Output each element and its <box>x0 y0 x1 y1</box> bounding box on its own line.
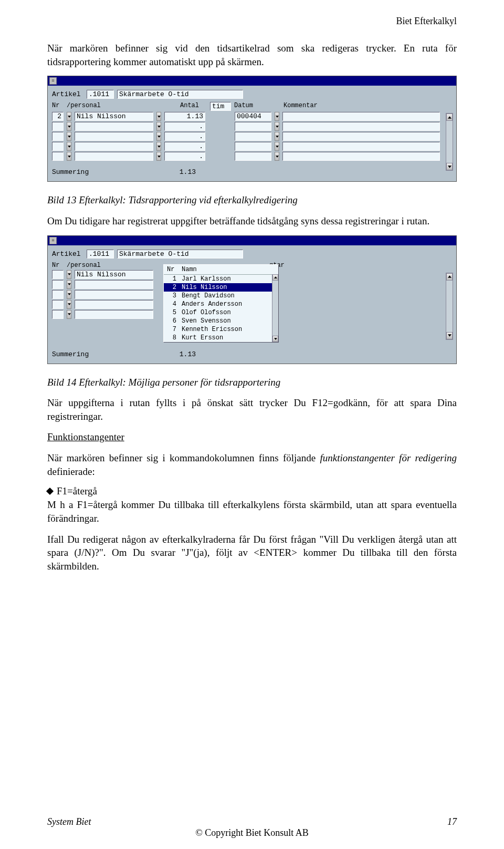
dropdown-toggle[interactable] <box>67 112 71 121</box>
nr-field[interactable] <box>52 290 64 299</box>
datum-field[interactable]: 000404 <box>235 112 271 121</box>
kommentar-field[interactable] <box>282 152 440 161</box>
antal-field[interactable]: . <box>164 132 205 141</box>
personal-field[interactable] <box>75 132 153 141</box>
datum-field[interactable] <box>235 142 271 151</box>
scroll-up-button[interactable] <box>272 274 278 281</box>
nr-field[interactable] <box>52 132 64 141</box>
scroll-up-button[interactable] <box>446 113 453 121</box>
artikel-name-field[interactable]: Skärmarbete O-tid <box>117 90 243 99</box>
nr-field[interactable] <box>52 152 64 161</box>
artikel-name-field[interactable]: Skärmarbete O-tid <box>117 250 243 258</box>
table-row: 2Nils Nilsson1.13000404 <box>52 112 452 121</box>
personnel-popup[interactable]: Nr Namn 1Jarl Karlsson2Nils Nilsson3Beng… <box>163 264 279 343</box>
artikel-code-field[interactable]: .1011 <box>87 90 114 99</box>
text-run: När markören befinner sig i kommandokolu… <box>47 452 320 463</box>
dropdown-toggle[interactable] <box>156 122 161 131</box>
scroll-down-button[interactable] <box>446 332 453 339</box>
kommentar-field[interactable] <box>282 122 440 131</box>
table-row: . <box>52 152 452 161</box>
scroll-up-button[interactable] <box>446 273 453 281</box>
dropdown-toggle[interactable] <box>156 132 161 141</box>
dropdown-toggle[interactable] <box>156 152 161 161</box>
personal-field[interactable] <box>75 122 153 131</box>
popup-item-nr: 1 <box>167 275 176 283</box>
dropdown-toggle[interactable] <box>67 290 71 299</box>
nr-field[interactable] <box>52 310 64 319</box>
list-item[interactable]: 3Bengt Davidson <box>164 292 278 300</box>
popup-item-nr: 8 <box>167 334 176 341</box>
dropdown-toggle[interactable] <box>67 270 71 279</box>
text-run-italic: funktionstangenter för redigering <box>320 452 457 463</box>
datum-field[interactable] <box>235 122 271 131</box>
dropdown-toggle[interactable] <box>67 132 71 141</box>
caption-1: Bild 13 Efterkalkyl: Tidsrapportering vi… <box>47 193 457 207</box>
popup-item-name: Jarl Karlsson <box>182 275 231 283</box>
nr-field[interactable] <box>52 122 64 131</box>
table-row: . <box>52 122 452 131</box>
list-item[interactable]: 7Kenneth Ericsson <box>164 325 278 334</box>
dropdown-toggle[interactable] <box>275 142 279 151</box>
svg-marker-23 <box>274 338 277 340</box>
nr-field[interactable]: 2 <box>52 112 64 121</box>
scroll-down-button[interactable] <box>446 163 453 170</box>
dropdown-toggle[interactable] <box>275 152 279 161</box>
vertical-scrollbar[interactable] <box>446 113 453 171</box>
kommentar-field[interactable] <box>282 142 440 151</box>
paragraph-after-2: När uppgifterna i rutan fyllts i på önsk… <box>47 396 457 423</box>
dropdown-toggle[interactable] <box>67 300 71 309</box>
antal-field[interactable]: . <box>164 122 205 131</box>
svg-marker-17 <box>68 273 71 275</box>
dropdown-toggle[interactable] <box>67 280 71 289</box>
dropdown-toggle[interactable] <box>156 142 161 151</box>
antal-field[interactable]: . <box>164 142 205 151</box>
nr-field[interactable] <box>52 300 64 309</box>
svg-marker-19 <box>68 293 71 295</box>
list-item[interactable]: 1Jarl Karlsson <box>164 275 278 283</box>
dropdown-toggle[interactable] <box>67 152 71 161</box>
svg-marker-0 <box>68 116 71 118</box>
dropdown-toggle[interactable] <box>275 132 279 141</box>
dropdown-toggle[interactable] <box>67 310 71 319</box>
popup-scrollbar[interactable] <box>272 274 278 342</box>
nr-field[interactable] <box>52 270 64 279</box>
list-item[interactable]: 8Kurt Ersson <box>164 334 278 342</box>
list-item[interactable]: 4Anders Andersson <box>164 300 278 308</box>
dropdown-toggle[interactable] <box>67 122 71 131</box>
nr-field[interactable] <box>52 280 64 289</box>
system-menu-icon[interactable]: ≡ <box>49 237 57 244</box>
personal-field[interactable] <box>75 310 153 319</box>
antal-field[interactable]: 1.13 <box>164 112 205 121</box>
kommentar-field[interactable] <box>282 132 440 141</box>
personal-field[interactable] <box>75 142 153 151</box>
dropdown-toggle[interactable] <box>275 122 279 131</box>
popup-col-namn: Namn <box>182 266 197 273</box>
svg-marker-9 <box>68 146 71 148</box>
summering-label: Summering <box>52 168 152 176</box>
kommentar-field[interactable] <box>282 112 440 121</box>
list-item[interactable]: 6Sven Svensson <box>164 317 278 325</box>
svg-marker-16 <box>448 165 452 168</box>
dropdown-toggle[interactable] <box>67 142 71 151</box>
personal-field[interactable] <box>75 300 153 309</box>
artikel-code-field[interactable]: .1011 <box>87 250 114 258</box>
dropdown-toggle[interactable] <box>275 112 279 121</box>
personal-field[interactable] <box>75 280 153 289</box>
list-item[interactable]: 2Nils Nilsson <box>164 283 278 292</box>
personal-field[interactable]: Nils Nilsson <box>75 112 153 121</box>
datum-field[interactable] <box>235 132 271 141</box>
dropdown-toggle[interactable] <box>156 112 161 121</box>
antal-field[interactable]: . <box>164 152 205 161</box>
datum-field[interactable] <box>235 152 271 161</box>
nr-field[interactable] <box>52 142 64 151</box>
list-item[interactable]: 5Olof Olofsson <box>164 308 278 317</box>
personal-field[interactable] <box>75 152 153 161</box>
popup-col-nr: Nr <box>167 266 176 273</box>
personal-field[interactable] <box>75 290 153 299</box>
unit-field[interactable]: tim <box>210 102 231 111</box>
scroll-down-button[interactable] <box>272 336 278 342</box>
system-menu-icon[interactable]: ≡ <box>49 77 57 85</box>
artikel-label: Artikel <box>52 90 83 98</box>
vertical-scrollbar[interactable] <box>446 273 453 340</box>
personal-field[interactable]: Nils Nilsson <box>75 270 153 279</box>
